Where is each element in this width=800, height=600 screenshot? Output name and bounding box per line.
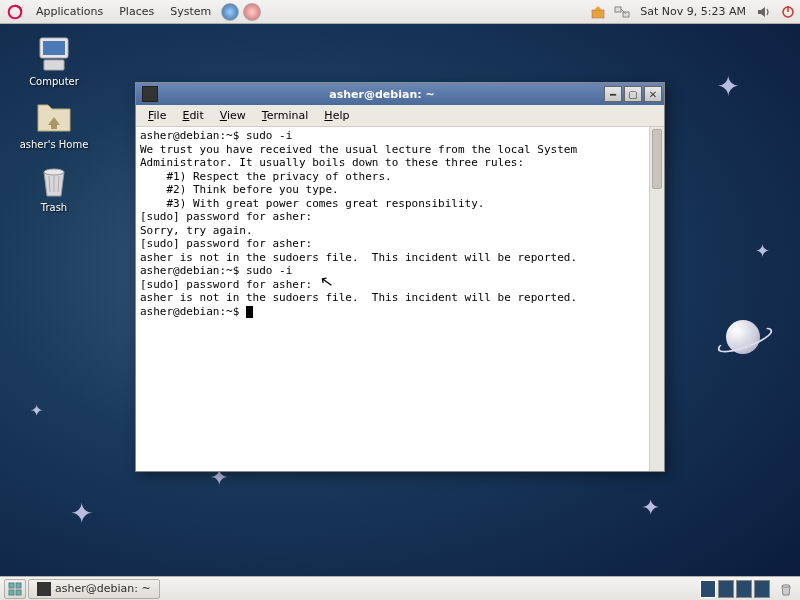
workspace-2[interactable] xyxy=(718,580,734,598)
terminal-line: We trust you have received the usual lec… xyxy=(140,143,660,157)
star-decoration: ✦ xyxy=(717,70,740,103)
update-notifier-icon[interactable] xyxy=(588,2,608,22)
workspace-3[interactable] xyxy=(736,580,752,598)
terminal-line: Sorry, try again. xyxy=(140,224,660,238)
terminal-line: asher@debian:~$ xyxy=(140,305,660,319)
menu-edit[interactable]: Edit xyxy=(174,107,211,124)
menu-terminal[interactable]: Terminal xyxy=(254,107,317,124)
workspace-switcher[interactable] xyxy=(700,580,770,598)
svg-rect-17 xyxy=(16,590,21,595)
workspace-1[interactable] xyxy=(700,580,716,598)
desktop-icon-label: Trash xyxy=(41,202,67,213)
terminal-line: #2) Think before you type. xyxy=(140,183,660,197)
svg-rect-9 xyxy=(44,60,64,70)
volume-icon[interactable] xyxy=(754,2,774,22)
terminal-line: asher is not in the sudoers file. This i… xyxy=(140,251,660,265)
taskbar-item-terminal[interactable]: asher@debian: ~ xyxy=(28,579,160,599)
star-decoration: ✦ xyxy=(30,401,43,420)
close-button[interactable]: ✕ xyxy=(644,86,662,102)
desktop-icon-trash[interactable]: Trash xyxy=(14,160,94,213)
maximize-button[interactable]: ▢ xyxy=(624,86,642,102)
svg-rect-3 xyxy=(623,12,629,17)
svg-rect-1 xyxy=(592,10,604,18)
svg-rect-2 xyxy=(615,7,621,12)
menu-applications[interactable]: Applications xyxy=(28,0,111,24)
terminal-line: asher@debian:~$ sudo -i xyxy=(140,129,660,143)
terminal-line: [sudo] password for asher: xyxy=(140,210,660,224)
window-title: asher@debian: ~ xyxy=(162,88,602,101)
trash-applet-icon[interactable] xyxy=(776,579,796,599)
star-decoration: ✦ xyxy=(70,497,93,530)
desktop-icon-computer[interactable]: Computer xyxy=(14,34,94,87)
shutdown-icon[interactable] xyxy=(778,2,798,22)
minimize-button[interactable]: ━ xyxy=(604,86,622,102)
svg-rect-8 xyxy=(43,41,65,55)
svg-point-18 xyxy=(782,584,790,586)
terminal-icon xyxy=(37,582,51,596)
window-titlebar[interactable]: asher@debian: ~ ━ ▢ ✕ xyxy=(136,83,664,105)
top-panel: Applications Places System Sat Nov 9, 5:… xyxy=(0,0,800,24)
clock[interactable]: Sat Nov 9, 5:23 AM xyxy=(634,5,752,18)
folder-home-icon xyxy=(34,97,74,137)
scrollbar-thumb[interactable] xyxy=(652,129,662,189)
terminal-line: #1) Respect the privacy of others. xyxy=(140,170,660,184)
menu-help[interactable]: Help xyxy=(316,107,357,124)
bottom-panel: asher@debian: ~ xyxy=(0,576,800,600)
taskbar-item-label: asher@debian: ~ xyxy=(55,582,151,595)
terminal-line: [sudo] password for asher: xyxy=(140,278,660,292)
workspace-4[interactable] xyxy=(754,580,770,598)
panel-applet-icon[interactable] xyxy=(221,3,239,21)
desktop-icons-area: Computer asher's Home Trash xyxy=(14,34,94,213)
terminal-line: asher is not in the sudoers file. This i… xyxy=(140,291,660,305)
planet-decoration xyxy=(726,320,760,354)
menu-view[interactable]: View xyxy=(212,107,254,124)
network-icon[interactable] xyxy=(612,2,632,22)
terminal-line: #3) With great power comes great respons… xyxy=(140,197,660,211)
computer-icon xyxy=(34,34,74,74)
star-decoration: ✦ xyxy=(642,495,660,520)
svg-point-10 xyxy=(44,169,64,175)
trash-icon xyxy=(34,160,74,200)
menu-places[interactable]: Places xyxy=(111,0,162,24)
terminal-scrollbar[interactable] xyxy=(649,127,664,471)
terminal-line: [sudo] password for asher: xyxy=(140,237,660,251)
svg-rect-16 xyxy=(9,590,14,595)
terminal-menubar: File Edit View Terminal Help xyxy=(136,105,664,127)
menu-system[interactable]: System xyxy=(162,0,219,24)
desktop-icon-home[interactable]: asher's Home xyxy=(14,97,94,150)
star-decoration: ✦ xyxy=(755,240,770,261)
panel-applet-icon[interactable] xyxy=(243,3,261,21)
desktop-icon-label: Computer xyxy=(29,76,79,87)
svg-rect-15 xyxy=(16,583,21,588)
desktop-icon-label: asher's Home xyxy=(20,139,89,150)
terminal-window[interactable]: asher@debian: ~ ━ ▢ ✕ File Edit View Ter… xyxy=(135,82,665,472)
terminal-icon xyxy=(142,86,158,102)
menu-file[interactable]: File xyxy=(140,107,174,124)
terminal-output[interactable]: asher@debian:~$ sudo -iWe trust you have… xyxy=(136,127,664,471)
debian-logo-icon[interactable] xyxy=(6,3,24,21)
terminal-cursor xyxy=(246,306,253,318)
show-desktop-button[interactable] xyxy=(4,579,26,599)
svg-rect-14 xyxy=(9,583,14,588)
terminal-line: Administrator. It usually boils down to … xyxy=(140,156,660,170)
terminal-line: asher@debian:~$ sudo -i xyxy=(140,264,660,278)
